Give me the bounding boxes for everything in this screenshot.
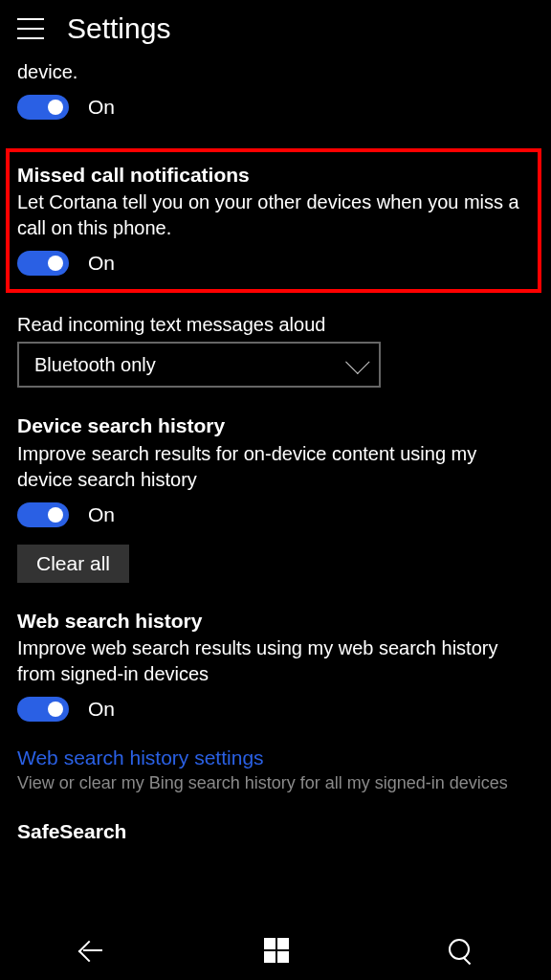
safesearch-title: SafeSearch — [17, 818, 534, 844]
web-history-section: Web search history Improve web search re… — [17, 608, 534, 793]
web-history-toggle[interactable] — [17, 697, 69, 722]
read-aloud-label: Read incoming text messages aloud — [17, 314, 534, 336]
clear-all-button[interactable]: Clear all — [17, 545, 129, 583]
search-icon[interactable] — [449, 939, 472, 962]
device-history-toggle-row: On — [17, 502, 534, 527]
web-history-link[interactable]: Web search history settings — [17, 746, 534, 769]
device-history-desc: Improve search results for on-device con… — [17, 441, 534, 493]
truncated-setting-toggle-row: On — [17, 95, 534, 120]
settings-content: device. On Missed call notifications Let… — [0, 57, 551, 919]
missed-call-desc: Let Cortana tell you on your other devic… — [17, 189, 530, 241]
web-history-title: Web search history — [17, 608, 534, 634]
missed-call-toggle[interactable] — [17, 251, 69, 276]
truncated-setting-desc: device. — [17, 59, 534, 85]
missed-call-toggle-row: On — [17, 251, 530, 276]
device-history-toggle[interactable] — [17, 502, 69, 527]
safesearch-section: SafeSearch — [17, 818, 534, 844]
windows-icon[interactable] — [264, 938, 289, 963]
web-history-desc: Improve web search results using my web … — [17, 635, 534, 687]
device-history-section: Device search history Improve search res… — [17, 412, 534, 582]
hamburger-icon[interactable] — [17, 18, 44, 39]
page-title: Settings — [67, 12, 170, 45]
read-aloud-select[interactable]: Bluetooth only — [17, 342, 381, 388]
web-history-toggle-row: On — [17, 697, 534, 722]
web-history-link-desc: View or clear my Bing search history for… — [17, 773, 534, 793]
select-value: Bluetooth only — [34, 354, 156, 376]
toggle-state-label: On — [88, 96, 115, 119]
system-navbar — [0, 919, 551, 980]
toggle-state-label: On — [88, 698, 115, 721]
highlighted-section: Missed call notifications Let Cortana te… — [6, 148, 541, 293]
truncated-setting-toggle[interactable] — [17, 95, 69, 120]
app-header: Settings — [0, 0, 551, 57]
back-icon[interactable] — [79, 938, 104, 963]
chevron-down-icon — [345, 350, 369, 374]
toggle-state-label: On — [88, 252, 115, 275]
missed-call-title: Missed call notifications — [17, 162, 530, 188]
toggle-state-label: On — [88, 503, 115, 526]
device-history-title: Device search history — [17, 412, 534, 438]
